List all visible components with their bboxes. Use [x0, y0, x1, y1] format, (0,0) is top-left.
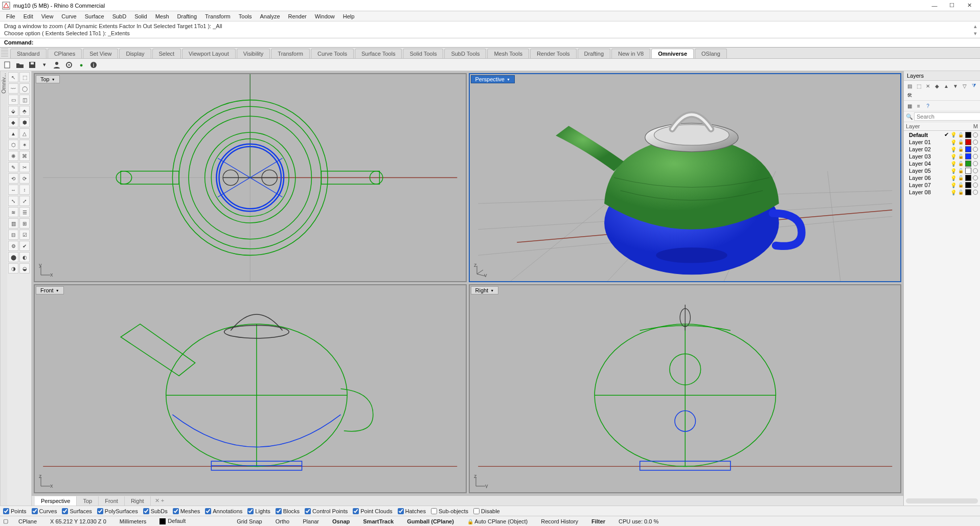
- status-gridsnap[interactable]: Grid Snap: [234, 518, 265, 524]
- tool-tab-cplanes[interactable]: CPlanes: [48, 49, 82, 58]
- menu-analyze[interactable]: Analyze: [256, 12, 284, 20]
- tool-tab-select[interactable]: Select: [152, 49, 181, 58]
- lightbulb-icon[interactable]: 💡: [950, 140, 956, 145]
- tool-tab-surface-tools[interactable]: Surface Tools: [355, 49, 402, 58]
- tool-icon-6[interactable]: ⬙: [8, 106, 18, 116]
- viewport-right[interactable]: Right▼: [469, 284, 902, 493]
- new-icon[interactable]: [3, 60, 12, 70]
- material-ring-icon[interactable]: [973, 154, 978, 159]
- filter-checkbox[interactable]: [353, 508, 359, 514]
- material-ring-icon[interactable]: [973, 161, 978, 166]
- menu-solid[interactable]: Solid: [130, 12, 151, 20]
- filter-checkbox[interactable]: [3, 508, 9, 514]
- open-icon[interactable]: [15, 60, 25, 70]
- status-planar[interactable]: Planar: [300, 518, 322, 524]
- menu-edit[interactable]: Edit: [19, 12, 37, 20]
- help-icon[interactable]: ?: [924, 102, 931, 109]
- tool-icon-35[interactable]: ◒: [19, 263, 30, 273]
- filter-curves[interactable]: Curves: [32, 508, 57, 514]
- tool-icon-8[interactable]: ◆: [8, 117, 18, 127]
- filter-checkbox[interactable]: [398, 508, 404, 514]
- view-tab-perspective[interactable]: Perspective: [35, 496, 77, 506]
- user-icon[interactable]: [52, 60, 61, 70]
- view-tab-right[interactable]: Right: [125, 496, 151, 506]
- tool-tab-subd-tools[interactable]: SubD Tools: [444, 49, 486, 58]
- tool-icon-16[interactable]: ✎: [8, 162, 18, 172]
- view-tab-top[interactable]: Top: [77, 496, 99, 506]
- tool-icon-21[interactable]: ↕: [19, 185, 30, 195]
- lock-icon[interactable]: 🔓: [958, 190, 964, 195]
- minimize-button[interactable]: —: [926, 0, 943, 11]
- tool-icon-23[interactable]: ⤢: [19, 196, 30, 206]
- tool-icon-18[interactable]: ⟲: [8, 173, 18, 184]
- filter-checkbox[interactable]: [143, 508, 149, 514]
- viewport-label-front[interactable]: Front▼: [36, 286, 64, 294]
- lock-icon[interactable]: 🔓: [958, 175, 964, 180]
- delete-layer-icon[interactable]: ✕: [924, 82, 931, 89]
- material-ring-icon[interactable]: [973, 175, 978, 180]
- lock-icon[interactable]: 🔓: [958, 161, 964, 166]
- tools-icon[interactable]: 🛠: [906, 92, 913, 99]
- filter-icon[interactable]: ▽: [961, 82, 968, 89]
- filter-checkbox[interactable]: [247, 508, 254, 514]
- layer-color-swatch[interactable]: [965, 146, 971, 152]
- layer-color-swatch[interactable]: [965, 132, 971, 138]
- tool-tab-render-tools[interactable]: Render Tools: [530, 49, 577, 58]
- maximize-button[interactable]: ☐: [943, 0, 961, 11]
- tool-tab-curve-tools[interactable]: Curve Tools: [311, 49, 354, 58]
- status-autocplane[interactable]: 🔒 Auto CPlane (Object): [464, 518, 531, 524]
- filter-checkbox[interactable]: [173, 508, 179, 514]
- view-tab-front[interactable]: Front: [99, 496, 125, 506]
- filter-hatches[interactable]: Hatches: [398, 508, 426, 514]
- material-ring-icon[interactable]: [973, 168, 978, 173]
- layer-row[interactable]: Layer 05💡🔓: [904, 167, 980, 174]
- lock-icon[interactable]: 🔓: [958, 132, 964, 138]
- tool-tab-viewport-layout[interactable]: Viewport Layout: [182, 49, 236, 58]
- layer-color-swatch[interactable]: [965, 139, 971, 145]
- layer-color-swatch[interactable]: [965, 182, 971, 188]
- menu-drafting[interactable]: Drafting: [173, 12, 201, 20]
- menu-surface[interactable]: Surface: [81, 12, 108, 20]
- filter-annotations[interactable]: Annotations: [205, 508, 242, 514]
- tool-icon-22[interactable]: ⤡: [8, 196, 18, 206]
- close-button[interactable]: ✕: [961, 0, 978, 11]
- status-layer[interactable]: Default: [156, 518, 189, 524]
- status-ortho[interactable]: Ortho: [272, 518, 293, 524]
- grid-view-icon[interactable]: ▦: [906, 102, 913, 109]
- layer-color-swatch[interactable]: [965, 189, 971, 195]
- tool-icon-13[interactable]: ✶: [19, 140, 30, 150]
- layer-row[interactable]: Layer 04💡🔓: [904, 160, 980, 167]
- chevron-down-icon[interactable]: ▼: [507, 78, 510, 81]
- col-m[interactable]: M: [973, 123, 978, 129]
- chevron-down-icon[interactable]: ▾: [40, 60, 49, 70]
- layer-color-swatch[interactable]: [965, 175, 971, 181]
- tool-icon-7[interactable]: ⬘: [19, 106, 30, 116]
- command-history-scroll[interactable]: ▴▾: [972, 22, 979, 37]
- tool-icon-33[interactable]: ◐: [19, 252, 30, 262]
- tool-icon-34[interactable]: ◑: [8, 263, 18, 273]
- lock-icon[interactable]: 🔓: [958, 182, 964, 188]
- tool-tab-oslang[interactable]: OSlang: [695, 49, 727, 58]
- menu-file[interactable]: File: [2, 12, 19, 20]
- tool-icon-20[interactable]: ↔: [8, 185, 18, 195]
- filter-checkbox[interactable]: [276, 508, 282, 514]
- tool-icon-24[interactable]: ≋: [8, 207, 18, 217]
- tool-icon-2[interactable]: 〰: [8, 83, 18, 94]
- status-osnap[interactable]: Osnap: [329, 518, 353, 524]
- lightbulb-icon[interactable]: 💡: [950, 132, 956, 138]
- lock-icon[interactable]: 🔓: [958, 154, 964, 159]
- new-sublayer-icon[interactable]: ⬚: [915, 82, 922, 89]
- sync-icon[interactable]: ●: [77, 60, 86, 70]
- tool-tab-mesh-tools[interactable]: Mesh Tools: [487, 49, 529, 58]
- filter-checkbox[interactable]: [32, 508, 38, 514]
- tool-tab-drafting[interactable]: Drafting: [578, 49, 611, 58]
- lock-icon[interactable]: 🔓: [958, 140, 964, 145]
- status-smarttrack[interactable]: SmartTrack: [360, 518, 397, 524]
- filter-lights[interactable]: Lights: [247, 508, 270, 514]
- lightbulb-icon[interactable]: 💡: [950, 147, 956, 152]
- tool-icon-29[interactable]: ☑: [19, 230, 30, 240]
- status-filter[interactable]: Filter: [588, 518, 608, 524]
- tool-icon-3[interactable]: ◯: [19, 83, 30, 94]
- tool-tab-new-in-v8[interactable]: New in V8: [611, 49, 650, 58]
- menu-view[interactable]: View: [37, 12, 58, 20]
